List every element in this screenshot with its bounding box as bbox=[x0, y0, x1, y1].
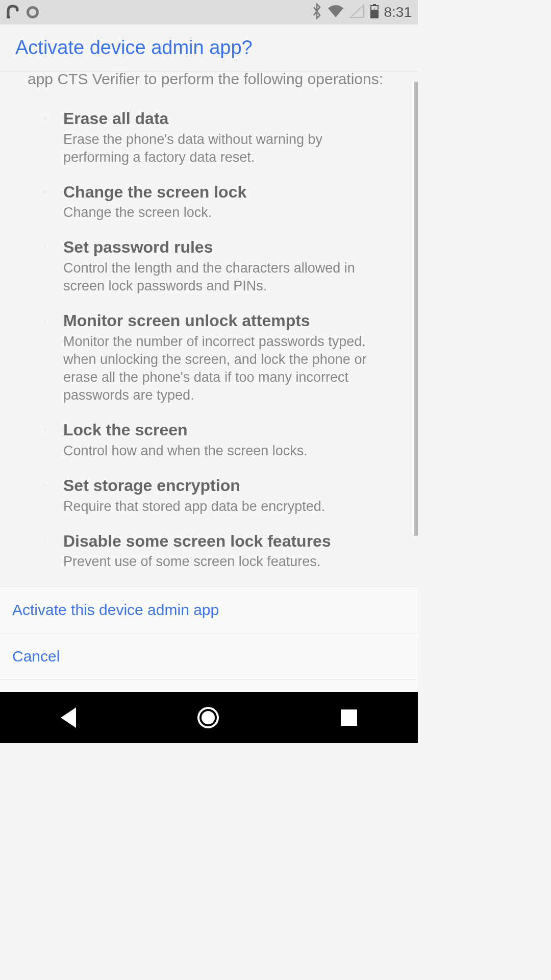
permission-description: Erase the phone's data without warning b… bbox=[63, 131, 390, 166]
status-left bbox=[6, 3, 39, 22]
permission-title: Erase all data bbox=[63, 108, 390, 130]
permission-item: Set storage encryption Require that stor… bbox=[43, 475, 390, 516]
svg-rect-2 bbox=[373, 4, 376, 6]
bluetooth-icon bbox=[312, 3, 322, 21]
permission-list: Erase all data Erase the phone's data wi… bbox=[28, 108, 390, 571]
battery-charging-icon bbox=[370, 4, 379, 21]
permission-title: Change the screen lock bbox=[63, 182, 390, 203]
page-header: Activate device admin app? bbox=[0, 24, 418, 71]
status-bar: 8:31 bbox=[0, 0, 418, 24]
permission-title: Disable some screen lock features bbox=[63, 531, 390, 552]
activate-button[interactable]: Activate this device admin app bbox=[0, 586, 418, 633]
permission-title: Set password rules bbox=[63, 237, 390, 258]
navigation-bar bbox=[0, 692, 418, 743]
permission-item: Set password rules Control the length an… bbox=[43, 237, 390, 295]
permission-description: Prevent use of some screen lock features… bbox=[63, 553, 390, 571]
status-right: 8:31 bbox=[312, 3, 412, 21]
permission-description: Control how and when the screen locks. bbox=[63, 442, 390, 460]
permission-item: Monitor screen unlock attempts Monitor t… bbox=[43, 310, 390, 404]
fi-icon bbox=[6, 3, 19, 22]
permission-description: Require that stored app data be encrypte… bbox=[63, 498, 390, 516]
permission-item: Change the screen lock Change the screen… bbox=[43, 182, 390, 222]
back-icon[interactable] bbox=[61, 707, 76, 728]
permission-title: Lock the screen bbox=[63, 420, 390, 441]
permission-item: Lock the screen Control how and when the… bbox=[43, 420, 390, 460]
permission-description: Monitor the number of incorrect password… bbox=[63, 333, 390, 404]
status-time: 8:31 bbox=[384, 4, 412, 20]
permission-title: Monitor screen unlock attempts bbox=[63, 310, 390, 332]
content-scroll[interactable]: app CTS Verifier to perform the followin… bbox=[0, 71, 418, 587]
circle-icon bbox=[27, 6, 39, 18]
permission-title: Set storage encryption bbox=[63, 475, 390, 497]
intro-text: app CTS Verifier to perform the followin… bbox=[28, 71, 390, 90]
permission-item: Disable some screen lock features Preven… bbox=[43, 531, 390, 571]
permission-description: Change the screen lock. bbox=[63, 204, 390, 222]
cell-signal-icon bbox=[349, 4, 365, 20]
permission-description: Control the length and the characters al… bbox=[63, 259, 390, 295]
scrollbar[interactable] bbox=[414, 82, 418, 536]
permission-item: Erase all data Erase the phone's data wi… bbox=[43, 108, 390, 166]
home-icon[interactable] bbox=[197, 707, 219, 728]
wifi-icon bbox=[327, 4, 344, 20]
svg-rect-0 bbox=[7, 16, 10, 18]
recent-apps-icon[interactable] bbox=[341, 709, 357, 726]
page-title: Activate device admin app? bbox=[15, 37, 403, 59]
cancel-button[interactable]: Cancel bbox=[0, 633, 418, 680]
